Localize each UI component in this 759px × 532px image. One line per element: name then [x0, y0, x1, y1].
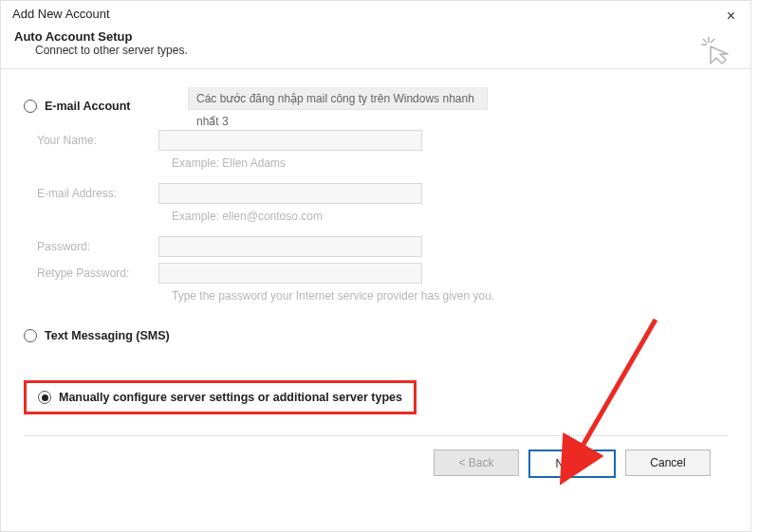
- svg-line-2: [703, 39, 707, 43]
- password-label: Password:: [37, 240, 158, 253]
- back-button: < Back: [434, 449, 519, 476]
- header-title: Auto Account Setup: [14, 29, 739, 44]
- dialog-body: E-mail Account Your Name: Example: Ellen…: [1, 69, 750, 478]
- password-hint: Type the password your Internet service …: [172, 289, 728, 303]
- option-manual-config[interactable]: Manually configure server settings or ad…: [38, 391, 402, 404]
- option-sms[interactable]: Text Messaging (SMS): [24, 329, 728, 342]
- email-input: [158, 183, 422, 204]
- wizard-header: Auto Account Setup Connect to other serv…: [1, 26, 750, 68]
- password-input: [158, 236, 422, 257]
- your-name-label: Your Name:: [37, 134, 158, 147]
- dialog-footer: < Back Next > Cancel: [24, 436, 728, 478]
- radio-label: Text Messaging (SMS): [45, 329, 170, 342]
- next-button[interactable]: Next >: [528, 449, 616, 478]
- radio-icon: [38, 391, 51, 404]
- radio-icon: [24, 329, 37, 342]
- radio-icon: [24, 100, 37, 113]
- email-label: E-mail Address:: [37, 187, 158, 200]
- cancel-button[interactable]: Cancel: [625, 449, 711, 476]
- email-form: Your Name: Example: Ellen Adams E-mail A…: [37, 130, 728, 303]
- your-name-input: [158, 130, 422, 151]
- radio-label: E-mail Account: [45, 100, 131, 113]
- header-subtitle: Connect to other server types.: [35, 44, 739, 57]
- retype-password-input: [158, 263, 422, 284]
- close-icon[interactable]: ×: [719, 7, 743, 26]
- retype-password-label: Retype Password:: [37, 266, 158, 280]
- titlebar: Add New Account ×: [1, 1, 750, 26]
- email-hint: Example: ellen@contoso.com: [172, 210, 728, 223]
- cursor-sparkle-icon: [699, 35, 731, 70]
- window-title: Add New Account: [12, 7, 110, 21]
- option-email-account[interactable]: E-mail Account: [24, 100, 728, 113]
- option-manual-highlight: Manually configure server settings or ad…: [24, 380, 417, 414]
- add-account-dialog: Add New Account × Auto Account Setup Con…: [0, 0, 751, 532]
- svg-line-3: [711, 39, 714, 43]
- your-name-hint: Example: Ellen Adams: [172, 156, 728, 170]
- radio-label: Manually configure server settings or ad…: [59, 391, 402, 404]
